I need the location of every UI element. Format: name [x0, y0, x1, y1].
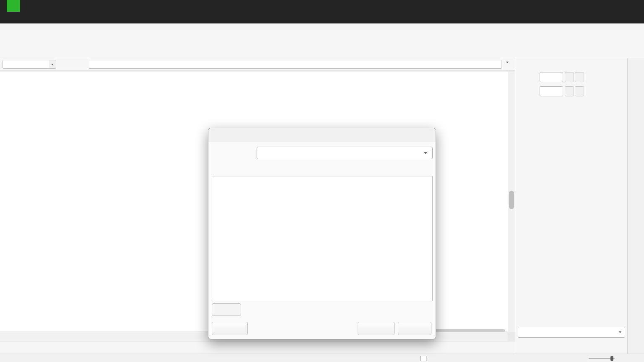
- navigator-panel: [515, 58, 627, 354]
- solver-settings-list: [212, 176, 433, 301]
- application-window: [0, 0, 644, 362]
- close-button[interactable]: [632, 12, 641, 21]
- sidebar-tab-strip: [627, 58, 644, 354]
- dialog-title-bar[interactable]: [208, 128, 436, 142]
- solver-options-dialog: [208, 128, 436, 339]
- navigator-row-input[interactable]: [540, 86, 563, 96]
- maximize-button[interactable]: [620, 12, 629, 21]
- status-bar: [0, 354, 644, 362]
- column-decrement-button[interactable]: [565, 72, 574, 82]
- app-icon: [7, 0, 20, 12]
- edit-button[interactable]: [212, 303, 241, 316]
- find-toolbar: [0, 341, 515, 354]
- cancel-button[interactable]: [358, 322, 395, 335]
- navigator-column-input[interactable]: [540, 72, 563, 82]
- document-selector-arrow: [619, 331, 621, 333]
- name-box-dropdown-arrow: [51, 64, 54, 65]
- name-box-dropdown[interactable]: [49, 60, 56, 69]
- name-box[interactable]: [3, 60, 49, 69]
- selection-mode-icon[interactable]: [421, 356, 426, 361]
- document-selector[interactable]: [518, 327, 625, 338]
- formatting-toolbar: [0, 45, 644, 58]
- vertical-scrollbar-thumb[interactable]: [509, 191, 514, 209]
- minimize-button[interactable]: [607, 12, 616, 21]
- window-controls: [607, 12, 641, 21]
- zoom-slider[interactable]: [589, 358, 615, 359]
- formula-input[interactable]: [89, 60, 501, 69]
- menu-bar: [0, 23, 644, 32]
- standard-toolbar: [0, 32, 644, 45]
- expand-formula-bar-button[interactable]: [506, 63, 509, 71]
- formula-bar: [0, 58, 515, 70]
- title-bar: [0, 0, 644, 23]
- ok-button[interactable]: [398, 322, 431, 335]
- row-decrement-button[interactable]: [565, 86, 574, 96]
- column-increment-button[interactable]: [575, 72, 584, 82]
- solver-engine-dropdown-arrow: [424, 152, 427, 154]
- vertical-scrollbar[interactable]: [508, 72, 515, 332]
- row-increment-button[interactable]: [575, 86, 584, 96]
- expand-formula-bar-arrow: [506, 62, 509, 70]
- help-button[interactable]: [212, 322, 248, 335]
- solver-engine-select[interactable]: [257, 147, 433, 159]
- zoom-slider-thumb[interactable]: [610, 356, 613, 361]
